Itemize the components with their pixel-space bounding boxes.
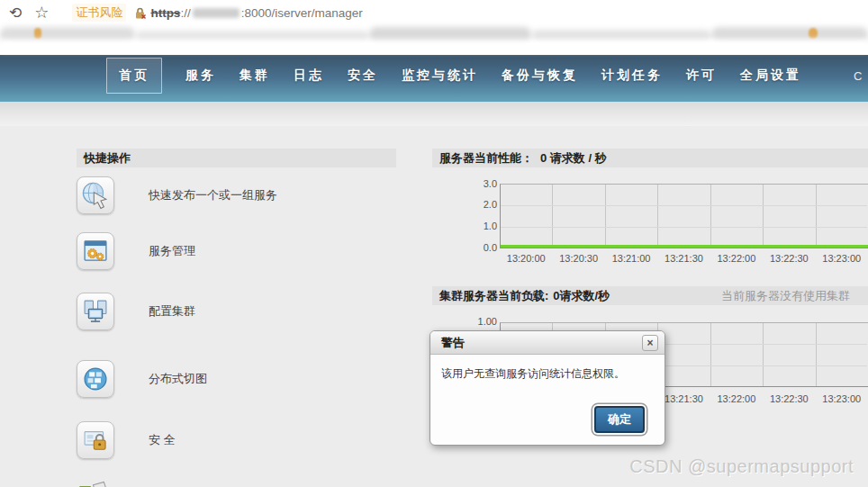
quick-op-partial-folder[interactable] <box>77 475 114 487</box>
ok-button[interactable]: 确定 <box>594 406 645 433</box>
x-tick: 13:22:30 <box>763 393 815 404</box>
nav-item-services[interactable]: 服务 <box>185 68 216 84</box>
close-icon[interactable]: × <box>642 335 658 351</box>
dialog-title: 警告 <box>430 335 465 351</box>
dialog-message: 该用户无查询服务访问统计信息权限。 <box>430 355 665 393</box>
folder-icon <box>77 475 114 487</box>
nav-item-security[interactable]: 安全 <box>348 68 378 84</box>
redacted-favicon <box>809 28 818 39</box>
y-tick: 1.00 <box>468 317 497 327</box>
y-tick: 3.0 <box>474 179 497 189</box>
publish-service-icon <box>77 176 114 214</box>
x-tick: 13:21:30 <box>657 393 710 404</box>
x-tick: 13:20:00 <box>500 253 552 264</box>
back-icon[interactable]: ⟲ <box>9 4 22 23</box>
quick-ops-header: 快捷操作 <box>77 149 396 167</box>
distributed-tiling-icon <box>77 360 114 398</box>
browser-toolbar: ⟲ ☆ 证书风险 https://:8000/iserver/manager <box>0 0 868 25</box>
configure-cluster-icon <box>77 293 114 330</box>
redacted-favicon <box>34 28 41 39</box>
quick-op-security[interactable]: 安 全 <box>77 421 176 459</box>
quick-op-label[interactable]: 配置集群 <box>149 303 195 320</box>
nav-menu: 首页 服务 集群 日志 安全 监控与统计 备份与恢复 计划任务 许可 全局设置 <box>0 58 801 94</box>
main-navbar: 首页 服务 集群 日志 安全 监控与统计 备份与恢复 计划任务 许可 全局设置 … <box>0 50 868 102</box>
nav-item-license[interactable]: 许可 <box>686 68 717 84</box>
nav-item-global-settings[interactable]: 全局设置 <box>740 68 801 84</box>
y-tick: 0.0 <box>474 243 497 253</box>
url-separator: :// <box>180 6 190 20</box>
performance-section-header: 服务器当前性能： 0 请求数 / 秒 <box>432 149 868 167</box>
y-tick: 1.0 <box>474 221 497 231</box>
nav-item-cluster[interactable]: 集群 <box>240 68 270 84</box>
gridline <box>501 227 867 228</box>
cluster-section-header: 集群服务器当前负载: 0请求数/秒 当前服务器没有使用集群 <box>432 286 868 305</box>
nav-right-clipped-text: C <box>854 69 862 83</box>
gridline <box>501 205 867 206</box>
performance-value: 0 请求数 / 秒 <box>540 150 607 167</box>
quick-op-label[interactable]: 服务管理 <box>149 243 195 259</box>
url-scheme: https <box>150 6 180 20</box>
security-icon <box>77 421 114 459</box>
warning-dialog: 警告 × 该用户无查询服务访问统计信息权限。 确定 <box>429 330 665 446</box>
redaction-wave <box>0 40 868 51</box>
x-tick: 13:22:00 <box>710 253 763 264</box>
nav-item-monitoring[interactable]: 监控与统计 <box>402 68 478 84</box>
quick-op-label[interactable]: 分布式切图 <box>149 371 207 387</box>
x-tick: 13:23:00 <box>816 253 868 264</box>
x-tick: 13:21:00 <box>605 253 657 264</box>
dialog-titlebar[interactable]: 警告 × <box>430 331 665 355</box>
performance-chart: 3.0 2.0 1.0 0.0 13:20:00 13:20:30 13:21:… <box>432 180 868 266</box>
y-tick: 2.0 <box>474 200 497 210</box>
bookmarks-bar-redacted <box>0 24 868 55</box>
favorite-star-icon[interactable]: ☆ <box>34 3 49 23</box>
x-tick: 13:22:00 <box>710 393 763 404</box>
quick-ops-title: 快捷操作 <box>77 150 131 167</box>
quick-op-configure-cluster[interactable]: 配置集群 <box>77 293 195 330</box>
requests-series-line <box>501 245 868 248</box>
page: ⟲ ☆ 证书风险 https://:8000/iserver/manager 首… <box>0 0 868 487</box>
cluster-value: 0请求数/秒 <box>553 288 610 304</box>
x-tick: 13:21:30 <box>657 253 710 264</box>
nav-item-backup[interactable]: 备份与恢复 <box>502 68 578 84</box>
x-tick: 13:20:30 <box>552 253 604 264</box>
cluster-note: 当前服务器没有使用集群 <box>721 288 850 304</box>
x-axis-ticks: 13:20:00 13:20:30 13:21:00 13:21:30 13:2… <box>500 253 868 264</box>
service-management-icon <box>77 232 114 270</box>
watermark: CSDN @supermapsupport <box>629 456 854 477</box>
performance-title: 服务器当前性能： <box>432 150 533 167</box>
nav-item-logs[interactable]: 日志 <box>294 68 324 84</box>
performance-plot-area <box>500 184 868 248</box>
x-tick: 13:22:30 <box>763 253 815 264</box>
quick-op-distributed-tiling[interactable]: 分布式切图 <box>77 360 207 398</box>
quick-op-label[interactable]: 快速发布一个或一组服务 <box>149 187 277 203</box>
nav-item-home[interactable]: 首页 <box>106 58 162 94</box>
quick-op-publish-service[interactable]: 快速发布一个或一组服务 <box>77 176 277 214</box>
quick-op-label[interactable]: 安 全 <box>149 432 176 448</box>
x-tick: 13:23:00 <box>816 393 868 404</box>
insecure-lock-icon[interactable] <box>133 6 147 20</box>
address-bar[interactable]: https://:8000/iserver/manager <box>147 6 362 20</box>
url-host-redacted <box>193 8 240 18</box>
quick-op-service-management[interactable]: 服务管理 <box>77 232 195 270</box>
cluster-title: 集群服务器当前负载: <box>432 288 548 304</box>
sub-toolbar <box>0 102 868 126</box>
nav-item-scheduled-tasks[interactable]: 计划任务 <box>601 68 663 84</box>
url-suffix: :8000/iserver/manager <box>241 6 363 20</box>
certificate-risk-label[interactable]: 证书风险 <box>72 4 126 22</box>
